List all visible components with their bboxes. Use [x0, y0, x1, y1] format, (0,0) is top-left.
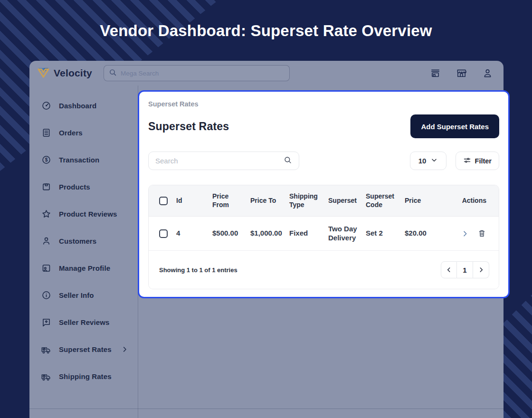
- sidebar-item-products[interactable]: Products: [29, 173, 138, 200]
- brand-logo[interactable]: Velocity: [37, 66, 92, 80]
- table-search-input[interactable]: [155, 157, 284, 165]
- person-icon: [41, 236, 51, 246]
- column-header-actions: Actions: [446, 197, 499, 205]
- box-icon: [41, 182, 51, 192]
- expand-row-icon[interactable]: [461, 230, 469, 238]
- sidebar-item-shipping-rates[interactable]: $ Shipping Rates: [29, 363, 138, 390]
- page-size-value: 10: [418, 157, 427, 165]
- sidebar-item-label: Superset Rates: [59, 345, 112, 353]
- sidebar-item-label: Shipping Rates: [59, 372, 112, 380]
- dollar-circle-icon: $: [41, 155, 51, 165]
- column-header-price-from: Price From: [212, 192, 250, 209]
- storefront-icon[interactable]: [456, 68, 467, 79]
- page-title: Vendor Dashboard: Superset Rate Overview: [0, 22, 532, 40]
- cell-superset-code: Set 2: [366, 229, 405, 238]
- select-all-checkbox[interactable]: [159, 197, 168, 205]
- sidebar-item-superset-rates[interactable]: Superset Rates: [29, 336, 138, 363]
- superset-rates-panel: Superset Rates Superset Rates Add Supers…: [138, 90, 510, 298]
- search-icon: [284, 156, 292, 166]
- filter-sliders-icon: [463, 156, 471, 166]
- filter-label: Filter: [475, 157, 492, 165]
- sidebar-item-product-reviews[interactable]: Product Reviews: [29, 200, 138, 228]
- sidebar-item-label: Orders: [59, 129, 83, 137]
- cell-price: $20.00: [405, 229, 446, 238]
- table-footer: Showing 1 to 1 of 1 entries 1: [149, 251, 499, 289]
- profile-card-icon: [41, 263, 51, 273]
- pagination: 1: [441, 261, 489, 278]
- sidebar-item-customers[interactable]: Customers: [29, 228, 138, 255]
- sidebar: Dashboard Orders $ Transaction: [29, 86, 138, 418]
- search-icon: [109, 68, 117, 78]
- app-header: Velocity: [29, 61, 504, 86]
- breadcrumb: Superset Rates: [148, 100, 499, 108]
- sidebar-item-label: Transaction: [59, 156, 99, 164]
- sidebar-item-transaction[interactable]: $ Transaction: [29, 146, 138, 173]
- brand-name: Velocity: [54, 67, 92, 79]
- panel-title: Superset Rates: [148, 120, 229, 133]
- sidebar-item-label: Products: [59, 183, 90, 191]
- sidebar-item-dashboard[interactable]: Dashboard: [29, 92, 138, 119]
- cell-price-from: $500.00: [212, 229, 250, 238]
- pagination-current-page[interactable]: 1: [457, 261, 473, 278]
- sidebar-item-manage-profile[interactable]: Manage Profile: [29, 255, 138, 282]
- add-superset-rates-button[interactable]: Add Superset Rates: [410, 114, 499, 138]
- sidebar-item-label: Manage Profile: [59, 264, 110, 272]
- column-header-superset-code: Superset Code: [366, 192, 405, 209]
- chevron-right-icon: [121, 346, 128, 353]
- info-circle-icon: [41, 290, 51, 300]
- sidebar-item-label: Customers: [59, 237, 96, 245]
- cell-shipping-type: Fixed: [289, 229, 328, 238]
- column-header-price: Price: [405, 197, 446, 205]
- truck-discount-icon: [41, 344, 51, 355]
- sidebar-item-seller-reviews[interactable]: Seller Reviews: [29, 309, 138, 336]
- cell-price-to: $1,000.00: [250, 229, 289, 238]
- sidebar-item-label: Seller Reviews: [59, 318, 109, 326]
- cell-superset: Two Day Delivery: [328, 225, 366, 243]
- column-header-id: Id: [176, 197, 212, 205]
- superset-rates-table: Id Price From Price To Shipping Type Sup…: [148, 185, 499, 289]
- sidebar-bottom-divider: [29, 408, 504, 409]
- row-checkbox[interactable]: [159, 229, 168, 238]
- sidebar-item-label: Product Reviews: [59, 210, 117, 218]
- star-icon: [41, 209, 51, 219]
- orders-icon: [41, 128, 51, 138]
- column-header-price-to: Price To: [250, 197, 289, 205]
- sidebar-item-orders[interactable]: Orders: [29, 119, 138, 146]
- column-header-shipping-type: Shipping Type: [289, 192, 328, 209]
- mega-search-input[interactable]: [121, 70, 285, 77]
- page-size-select[interactable]: 10: [410, 152, 446, 170]
- sidebar-item-label: Seller Info: [59, 291, 94, 299]
- delete-row-icon[interactable]: [477, 229, 486, 238]
- svg-text:$: $: [45, 157, 48, 162]
- entries-summary: Showing 1 to 1 of 1 entries: [159, 266, 238, 274]
- sidebar-item-seller-info[interactable]: Seller Info: [29, 282, 138, 309]
- truck-dollar-icon: $: [41, 371, 51, 382]
- table-header-row: Id Price From Price To Shipping Type Sup…: [149, 185, 499, 217]
- pos-counter-icon[interactable]: [430, 68, 441, 79]
- pagination-next-button[interactable]: [473, 261, 489, 278]
- user-icon[interactable]: [482, 68, 493, 79]
- sidebar-item-label: Dashboard: [59, 102, 96, 110]
- pagination-prev-button[interactable]: [441, 261, 457, 278]
- gauge-icon: [41, 101, 51, 111]
- chevron-down-icon: [431, 157, 437, 165]
- table-row: 4 $500.00 $1,000.00 Fixed Two Day Delive…: [149, 217, 499, 251]
- filter-button[interactable]: Filter: [456, 152, 499, 170]
- velocity-logo-icon: [37, 66, 50, 80]
- svg-text:$: $: [43, 374, 45, 377]
- review-bubble-icon: [41, 317, 51, 327]
- table-search-box[interactable]: [148, 152, 299, 170]
- mega-search-box[interactable]: [104, 65, 290, 81]
- column-header-superset: Superset: [328, 197, 366, 205]
- cell-id: 4: [176, 229, 212, 238]
